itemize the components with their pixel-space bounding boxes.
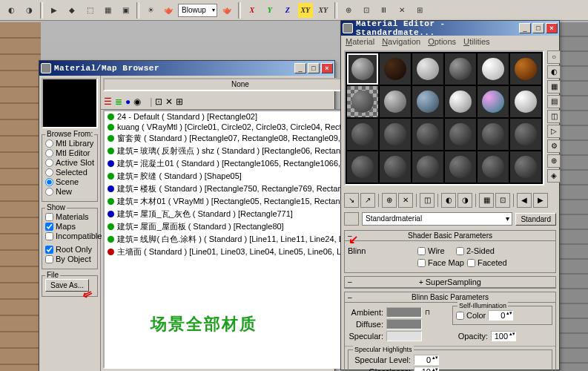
render-mode-dropdown[interactable]: Blowup <box>178 4 217 17</box>
material-name-dropdown[interactable]: Standardmaterial <box>362 212 512 226</box>
show-root-only[interactable]: Root Only <box>45 245 94 254</box>
tool-icon[interactable]: ⊡ <box>495 193 510 208</box>
sample-slot[interactable] <box>445 151 476 183</box>
sample-uv-icon[interactable]: ▤ <box>547 95 561 108</box>
tool-btn[interactable]: ⊡ <box>358 2 374 19</box>
tool-btn[interactable]: 🫖 <box>219 2 235 19</box>
self-illum-color[interactable]: Color0 <box>456 310 549 321</box>
sample-slot[interactable] <box>412 119 443 150</box>
backlight-icon[interactable]: ◐ <box>547 65 561 79</box>
select-by-mat-icon[interactable]: ⊕ <box>547 154 561 168</box>
sample-slot[interactable] <box>510 86 541 117</box>
sample-slot[interactable] <box>478 53 509 85</box>
tool-btn[interactable]: ◆ <box>64 2 80 19</box>
rollout-header[interactable]: Shader Basic Parameters <box>345 231 555 241</box>
tool-icon[interactable]: ✕ <box>165 96 173 107</box>
axis-x[interactable]: X <box>244 2 260 19</box>
menu-options[interactable]: Options <box>428 37 456 46</box>
sample-slot[interactable] <box>445 86 476 117</box>
sample-slot[interactable] <box>380 86 411 117</box>
sample-slot[interactable] <box>478 86 509 117</box>
sample-slot[interactable] <box>412 53 443 85</box>
tool-btn[interactable]: ⊞ <box>412 2 428 19</box>
get-material-icon[interactable]: ↘ <box>344 193 359 208</box>
material-item[interactable]: 窗套黄 ( Standard ) [Rectangle07, Rectangle… <box>105 132 376 145</box>
sample-slot[interactable] <box>412 86 443 117</box>
view-list-icon[interactable]: ☰ <box>104 96 112 107</box>
mmb-titlebar[interactable]: Material/Map Browser _ □ × <box>39 61 334 76</box>
sample-type-icon[interactable]: ○ <box>547 50 561 64</box>
assign-icon[interactable]: ⊕ <box>382 193 397 208</box>
material-item[interactable]: 主墙面 ( Standard ) [Line01, Line03, Line04… <box>105 246 376 258</box>
sample-slot[interactable] <box>478 119 509 150</box>
sample-slot[interactable] <box>445 119 476 150</box>
tool-btn[interactable]: ☀ <box>142 2 159 19</box>
sample-slot[interactable] <box>347 119 378 150</box>
material-item[interactable]: 建筑= 屋顶_瓦_灰色 ( Standard ) [Rectangle771] <box>105 208 376 220</box>
tool-btn[interactable]: ▣ <box>117 2 133 19</box>
material-item[interactable]: kuang ( VRayMtl ) [Circle01, Circle02, C… <box>105 122 376 132</box>
menu-navigation[interactable]: Navigation <box>382 37 420 46</box>
diffuse-swatch[interactable] <box>386 319 422 329</box>
ambient-swatch[interactable] <box>386 307 422 318</box>
tool-icon[interactable]: ◫ <box>420 193 435 208</box>
axis-z[interactable]: Z <box>280 2 296 19</box>
delete-icon[interactable]: ✕ <box>398 193 413 208</box>
background-icon[interactable]: ▦ <box>547 80 561 93</box>
rollout-header[interactable]: + SuperSampling <box>345 277 555 288</box>
tool-btn[interactable]: ✕ <box>394 2 410 19</box>
faceted-check[interactable]: Faceted <box>467 258 507 267</box>
go-sibling-icon[interactable]: ▶ <box>533 193 548 208</box>
tool-icon[interactable]: ⊞ <box>176 96 183 107</box>
menu-utilities[interactable]: Utilities <box>463 37 489 46</box>
axis-xy2[interactable]: XY <box>315 2 331 19</box>
make-preview-icon[interactable]: ▷ <box>547 125 561 138</box>
wire-check[interactable]: Wire <box>417 246 453 255</box>
type-button[interactable]: Standard <box>515 213 556 226</box>
view-dot-icon[interactable]: ● <box>125 96 131 107</box>
shader-dropdown[interactable]: Blinn <box>348 246 414 255</box>
browse-mtl-library[interactable]: Mtl Library <box>45 139 94 148</box>
save-as-button[interactable]: Save As... <box>45 279 89 292</box>
maximize-button[interactable]: □ <box>532 23 544 33</box>
sample-slot[interactable] <box>412 151 443 183</box>
sample-slot[interactable] <box>380 53 411 85</box>
material-item[interactable]: 建筑= 玻璃( 反射强点 ) shz ( Standard ) [Rectang… <box>105 145 376 157</box>
browse-selected[interactable]: Selected <box>45 168 94 177</box>
browse-scene[interactable]: Scene <box>45 177 94 186</box>
maximize-button[interactable]: □ <box>308 63 320 73</box>
sample-slot[interactable] <box>445 53 476 85</box>
rollout-header[interactable]: Blinn Basic Parameters <box>345 292 555 303</box>
menu-material[interactable]: Material <box>346 37 374 46</box>
sample-slot[interactable] <box>510 119 541 150</box>
show-materials[interactable]: Materials <box>45 212 94 221</box>
tool-btn[interactable]: Ⅲ <box>376 2 392 19</box>
show-map-icon[interactable]: ▦ <box>479 193 494 208</box>
tool-btn[interactable]: ▦ <box>99 2 116 19</box>
material-item[interactable]: 建筑= 胶缝 ( Standard ) [Shape05] <box>105 170 376 183</box>
spec-level-spinner[interactable]: 0 <box>414 355 439 365</box>
material-item[interactable]: 建筑= 线脚( 白色.涂料 ) ( Standard ) [Line11, Li… <box>105 233 376 246</box>
glossiness-spinner[interactable]: 10 <box>414 367 439 371</box>
specular-swatch[interactable] <box>386 331 422 341</box>
axis-xy[interactable]: XY <box>297 2 314 19</box>
go-parent-icon[interactable]: ◀ <box>517 193 532 208</box>
material-item[interactable]: 建筑= 木材01 ( VRayMtl ) [Rectangle05, Recta… <box>105 195 376 208</box>
sample-slot[interactable] <box>347 53 378 85</box>
sample-slot[interactable] <box>478 151 509 183</box>
show-maps[interactable]: Maps <box>45 222 94 231</box>
browse-active-slot[interactable]: Active Slot <box>45 158 94 167</box>
teapot-icon[interactable]: 🫖 <box>160 2 176 19</box>
material-item[interactable]: 建筑= 混凝土01 ( Standard ) [Rectangle1065, R… <box>105 157 376 170</box>
options-icon[interactable]: ⚙ <box>547 139 561 153</box>
tool-icon[interactable]: ◑ <box>457 193 472 208</box>
mtl-map-nav-icon[interactable]: ◈ <box>547 169 561 183</box>
view-sphere-icon[interactable]: ◉ <box>133 96 141 107</box>
show-incompatible[interactable]: Incompatible <box>45 232 94 240</box>
pick-material-icon[interactable] <box>344 212 359 226</box>
tool-btn[interactable]: ⊕ <box>340 2 357 19</box>
sample-slot[interactable] <box>347 151 378 183</box>
tool-icon[interactable]: ◐ <box>441 193 456 208</box>
material-item[interactable]: 24 - Default ( Standard ) [Rectangle02] <box>105 111 376 122</box>
sample-slot[interactable] <box>510 53 541 85</box>
